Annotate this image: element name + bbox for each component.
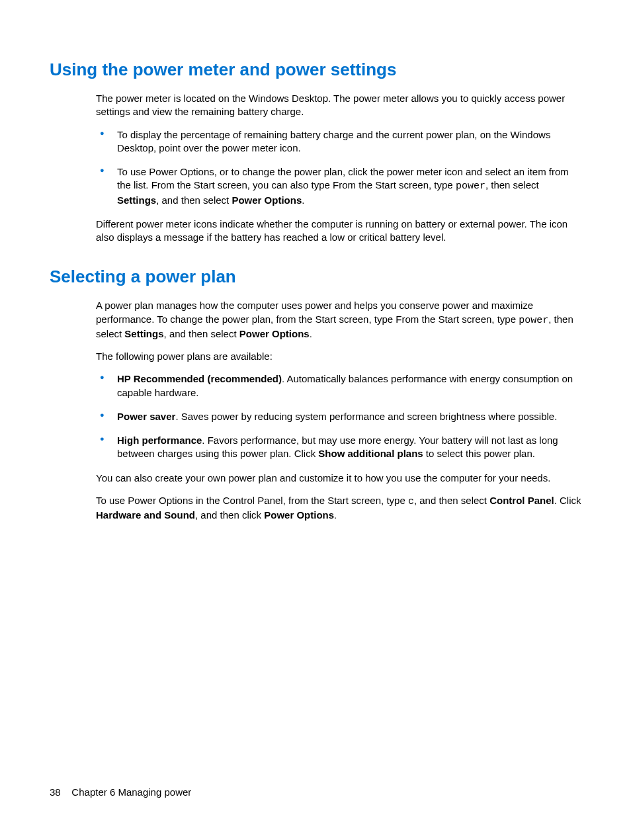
plan2-name: Power saver — [117, 411, 175, 422]
section2-body: A power plan manages how the computer us… — [96, 299, 581, 522]
section2-p3: You can also create your own power plan … — [96, 472, 581, 485]
p1-d: . — [310, 328, 312, 339]
plan1-name: HP Recommended (recommended) — [117, 373, 282, 384]
section1-intro: The power meter is located on the Window… — [96, 92, 581, 119]
p4-c: . Click — [554, 495, 581, 506]
heading-power-meter: Using the power meter and power settings — [50, 60, 581, 80]
p4-e: . — [334, 509, 337, 521]
p1-bold-power-options: Power Options — [239, 328, 310, 339]
p4-a: To use Power Options in the Control Pane… — [96, 495, 408, 506]
section-power-plan: Selecting a power plan A power plan mana… — [50, 267, 581, 522]
plan3-name: High performance — [117, 435, 202, 446]
section2-bullet-list: HP Recommended (recommended). Automatica… — [96, 372, 581, 460]
page-footer: 38 Chapter 6 Managing power — [50, 786, 191, 798]
heading-power-plan: Selecting a power plan — [50, 267, 581, 287]
p4-d: , and then click — [195, 509, 264, 521]
section1-bullet-1: To display the percentage of remaining b… — [96, 128, 581, 155]
plan3-show-additional: Show additional plans — [318, 448, 423, 459]
section1-bullet-list: To display the percentage of remaining b… — [96, 128, 581, 207]
plan-power-saver: Power saver. Saves power by reducing sys… — [96, 410, 581, 423]
section2-p4: To use Power Options in the Control Pane… — [96, 494, 581, 523]
section1-body: The power meter is located on the Window… — [96, 92, 581, 244]
section2-p1: A power plan manages how the computer us… — [96, 299, 581, 341]
p1-a: A power plan manages how the computer us… — [96, 300, 533, 324]
section1-outro: Different power meter icons indicate whe… — [96, 218, 581, 245]
document-page: Using the power meter and power settings… — [0, 0, 631, 522]
plan3-b: to select this power plan. — [423, 448, 535, 459]
page-number: 38 — [50, 786, 61, 798]
b2-text-c: , and then select — [156, 194, 231, 206]
b2-text-d: . — [302, 194, 304, 206]
section2-p2: The following power plans are available: — [96, 350, 581, 363]
p1-bold-settings: Settings — [124, 328, 163, 339]
p1-code: power — [519, 315, 548, 326]
p4-bold-power-options: Power Options — [264, 509, 334, 521]
b2-bold-settings: Settings — [117, 194, 156, 206]
b2-text-b: , then select — [485, 179, 539, 190]
plan-hp-recommended: HP Recommended (recommended). Automatica… — [96, 372, 581, 399]
section-power-meter: Using the power meter and power settings… — [50, 60, 581, 244]
p4-code: c — [408, 496, 414, 507]
b2-bold-power-options: Power Options — [231, 194, 302, 206]
p1-c: , and then select — [164, 328, 239, 339]
chapter-label: Chapter 6 Managing power — [71, 786, 191, 798]
plan2-desc: . Saves power by reducing system perform… — [175, 411, 557, 422]
p4-bold-control-panel: Control Panel — [489, 495, 554, 506]
p4-b: , and then select — [414, 495, 489, 506]
p4-bold-hardware-sound: Hardware and Sound — [96, 509, 195, 521]
plan-high-performance: High performance. Favors performance, bu… — [96, 434, 581, 461]
section1-bullet-2: To use Power Options, or to change the p… — [96, 165, 581, 207]
b2-code: power — [456, 181, 485, 192]
